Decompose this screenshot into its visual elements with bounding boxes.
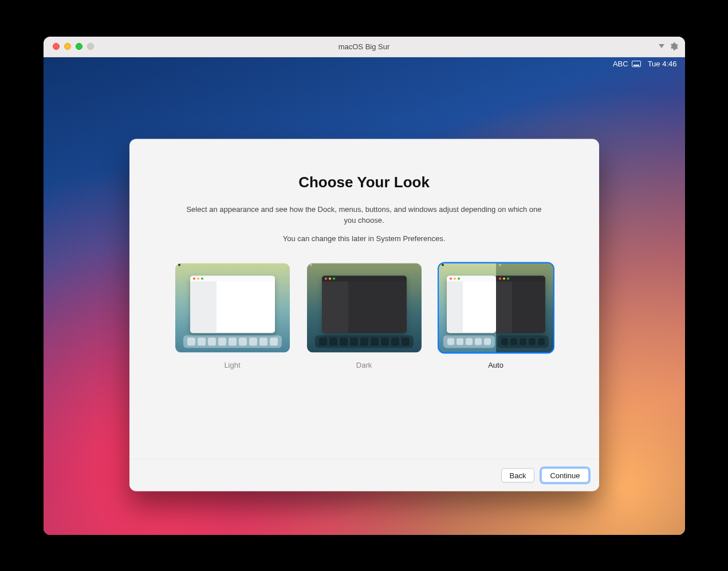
input-source-indicator[interactable]: ABC: [613, 60, 641, 68]
dialog-subtext: You can change this later in System Pref…: [164, 234, 565, 242]
appearance-thumb-light[interactable]: [175, 263, 290, 352]
menu-bar-clock[interactable]: Tue 4:46: [648, 60, 677, 68]
window-title: macOS Big Sur: [44, 42, 685, 51]
appearance-label-dark: Dark: [304, 360, 424, 369]
macos-menu-bar: ABC Tue 4:46: [44, 57, 685, 71]
dialog-body: Choose Your Look Select an appearance an…: [129, 139, 599, 459]
appearance-option-dark: Dark: [304, 263, 424, 369]
appearance-option-auto: Auto: [436, 263, 556, 369]
appearance-options: Light: [164, 263, 565, 369]
keyboard-icon: [632, 61, 641, 67]
input-source-label: ABC: [613, 60, 628, 68]
appearance-thumb-dark[interactable]: [307, 263, 422, 352]
appearance-label-auto: Auto: [436, 360, 556, 369]
setup-assistant-dialog: Choose Your Look Select an appearance an…: [129, 139, 599, 491]
dialog-heading: Choose Your Look: [164, 173, 565, 191]
back-button[interactable]: Back: [501, 468, 535, 482]
appearance-option-light: Light: [172, 263, 293, 369]
dialog-footer: Back Continue: [129, 459, 599, 491]
host-title-bar: macOS Big Sur: [44, 37, 685, 57]
macos-desktop: ABC Tue 4:46 Choose Your Look Select an …: [44, 57, 685, 535]
dialog-description: Select an appearance and see how the Doc…: [181, 203, 548, 226]
continue-button[interactable]: Continue: [541, 468, 588, 482]
appearance-thumb-auto[interactable]: [439, 263, 553, 352]
appearance-label-light: Light: [172, 360, 293, 369]
vm-window: macOS Big Sur ABC Tue 4:46 Choose Your L…: [44, 37, 685, 535]
